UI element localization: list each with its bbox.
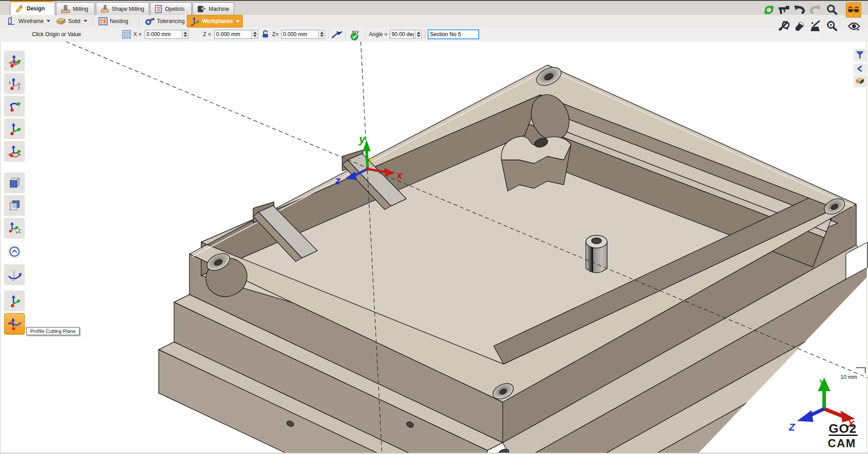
sidebar-workplane-pick[interactable] xyxy=(4,218,25,239)
sidebar-view-cube-back[interactable] xyxy=(4,195,25,216)
tab-design[interactable]: Design xyxy=(10,1,55,15)
erase-button[interactable] xyxy=(792,19,807,33)
axis-swap-icon xyxy=(7,267,22,282)
angle-input[interactable] xyxy=(390,30,416,39)
spin-up-icon[interactable] xyxy=(417,32,420,34)
tab-label: Milling xyxy=(73,6,88,12)
ribbon-label: Workplanes xyxy=(202,18,233,24)
tab-machine[interactable]: Machine xyxy=(193,2,234,15)
x-label: X = xyxy=(133,28,142,41)
spin-down-icon[interactable] xyxy=(184,35,187,37)
workplane-two-points-icon: 1 2 xyxy=(7,76,22,91)
angle-stepper[interactable] xyxy=(415,30,422,39)
lock-icon[interactable] xyxy=(261,30,270,39)
nesting-icon xyxy=(99,17,108,26)
sidebar-workplane-rotate[interactable] xyxy=(4,96,25,117)
z-stepper[interactable] xyxy=(251,30,258,39)
scale-label: 10 mm xyxy=(840,374,857,380)
magic-tools-button[interactable] xyxy=(808,19,823,33)
zoom-button[interactable] xyxy=(825,3,839,17)
chevron-down-icon[interactable] xyxy=(236,20,240,23)
spin-down-icon[interactable] xyxy=(253,35,257,37)
point-picker-icon[interactable] xyxy=(331,30,343,40)
z2-input[interactable] xyxy=(281,30,319,39)
magnifier-icon xyxy=(826,4,838,16)
tab-milling[interactable]: Milling xyxy=(56,2,95,15)
logo-bottom-text: CAM xyxy=(828,437,856,449)
spin-down-icon[interactable] xyxy=(417,35,420,37)
sidebar-axis-align[interactable] xyxy=(4,290,25,311)
zoom-selection-button[interactable] xyxy=(825,19,839,33)
ribbon-label: Solid xyxy=(68,18,80,24)
x-stepper[interactable] xyxy=(182,30,189,39)
filter-funnel-icon xyxy=(855,51,864,60)
param-separator xyxy=(328,30,329,39)
tab-label: Shape Milling xyxy=(112,6,144,12)
sidebar-axis-swap[interactable] xyxy=(4,264,25,285)
regen-button[interactable] xyxy=(762,3,776,17)
sidebar-collapse-button[interactable] xyxy=(8,245,21,258)
workplanes-icon xyxy=(190,16,200,26)
chevron-down-icon[interactable] xyxy=(47,20,50,22)
spin-up-icon[interactable] xyxy=(184,32,187,34)
z-input[interactable] xyxy=(214,30,252,39)
chevron-down-icon[interactable] xyxy=(84,20,87,22)
ribbon-separator xyxy=(93,16,94,26)
sidebar-view-cube-front[interactable] xyxy=(4,173,25,193)
logo-top-text: GO2 xyxy=(829,421,857,435)
ribbon-tolerancing[interactable]: Tolerancing xyxy=(142,15,187,27)
undo-button[interactable] xyxy=(792,3,807,17)
xyz-confirm-icon[interactable]: XYZ xyxy=(348,30,362,41)
sidebar-profile-cutting-plane[interactable] xyxy=(4,313,25,335)
filter-button[interactable] xyxy=(854,49,866,61)
model-scene: y x z 5 10 mm Y X Z xyxy=(0,42,868,454)
solid-panel-button[interactable] xyxy=(854,75,866,87)
chevron-left-icon xyxy=(857,65,863,72)
render-options-button[interactable] xyxy=(777,19,791,33)
redo-button[interactable] xyxy=(808,3,823,17)
tab-label: Machine xyxy=(209,6,229,12)
cube-front-icon xyxy=(7,176,22,190)
collapse-panel-button[interactable] xyxy=(854,64,866,74)
ribbon-solid[interactable]: Solid xyxy=(53,15,90,27)
chevron-up-circle-icon xyxy=(9,246,20,257)
param-separator xyxy=(425,30,426,39)
ribbon-workplanes[interactable]: Workplanes xyxy=(187,15,243,28)
spin-up-icon[interactable] xyxy=(253,32,257,34)
shape-milling-icon xyxy=(101,5,109,13)
measure-button[interactable] xyxy=(777,3,791,17)
sidebar-workplane-axis[interactable] xyxy=(4,118,25,139)
prompt-label: Click Origin or Value xyxy=(5,28,108,41)
parameter-bar: Click Origin or Value X = Z = Z= xyxy=(0,28,868,42)
spin-up-icon[interactable] xyxy=(320,32,324,34)
sidebar-workplane-plane[interactable] xyxy=(4,141,25,162)
svg-text:2: 2 xyxy=(18,86,20,90)
tab-label: Opelists xyxy=(165,6,184,12)
tab-opelists[interactable]: Opelists xyxy=(150,2,192,15)
glasses-icon xyxy=(847,5,860,15)
z2-label: Z= xyxy=(272,28,278,41)
visibility-button[interactable] xyxy=(847,19,861,33)
param-separator xyxy=(365,30,366,39)
sidebar-workplane-xy[interactable] xyxy=(4,51,25,71)
section-name-input[interactable] xyxy=(428,29,479,39)
ribbon-wireframe[interactable]: Wireframe xyxy=(5,15,53,27)
viewport-3d[interactable]: y x z 5 10 mm Y X Z xyxy=(0,42,868,454)
nav-z-label: Z xyxy=(788,421,796,433)
sidebar-workplane-two-points[interactable]: 1 2 xyxy=(4,73,25,94)
tab-shape-milling[interactable]: Shape Milling xyxy=(96,2,149,15)
workplane-rotate-icon xyxy=(7,99,22,113)
profile-cutting-plane-icon xyxy=(7,317,22,331)
cube-back-icon xyxy=(7,198,22,213)
machine-icon xyxy=(198,5,206,13)
milling-cutter-icon xyxy=(61,5,70,13)
spin-down-icon[interactable] xyxy=(320,35,324,37)
grid-snap-icon[interactable] xyxy=(122,30,131,39)
cad-part xyxy=(159,64,868,454)
z2-stepper[interactable] xyxy=(318,30,325,39)
solid-icon xyxy=(56,17,66,26)
tooltip: Profile Cutting Plane xyxy=(26,327,80,335)
x-input[interactable] xyxy=(145,30,183,39)
ribbon-nesting[interactable]: Nesting xyxy=(96,15,131,27)
shaded-view-button[interactable] xyxy=(846,2,861,18)
